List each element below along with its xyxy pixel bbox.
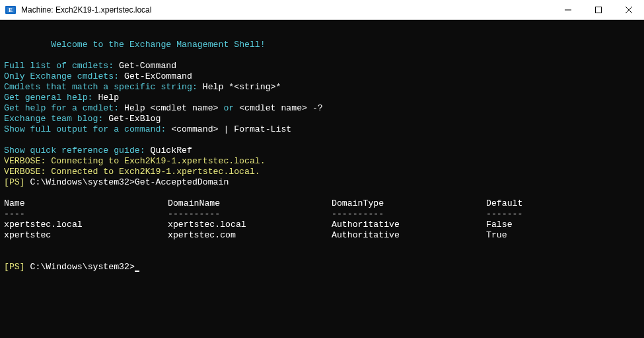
terminal-content: Welcome to the Exchange Management Shell… — [4, 40, 640, 273]
terminal-cursor — [135, 263, 139, 272]
terminal-area[interactable]: Welcome to the Exchange Management Shell… — [0, 20, 644, 338]
table-row: xpertstec.localxpertstec.localAuthoritat… — [4, 220, 640, 230]
close-icon — [626, 7, 632, 13]
maximize-icon — [595, 7, 602, 13]
minimize-icon — [565, 7, 571, 13]
app-icon: E — [4, 3, 17, 17]
window-controls — [553, 0, 644, 19]
command-input: Get-AcceptedDomain — [135, 177, 229, 187]
window-title: Machine: Exch2K19-1.xpertstec.local — [21, 5, 553, 15]
table-row: xpertstecxpertstec.comAuthoritativeTrue — [4, 230, 640, 241]
window-titlebar: E Machine: Exch2K19-1.xpertstec.local — [0, 0, 644, 20]
maximize-button[interactable] — [583, 0, 614, 19]
table-header: NameDomainNameDomainTypeDefault — [4, 198, 640, 209]
svg-text:E: E — [9, 7, 13, 13]
close-button[interactable] — [614, 0, 644, 19]
svg-rect-4 — [596, 7, 602, 13]
table-separator: ------------------------------- — [4, 209, 640, 220]
minimize-button[interactable] — [553, 0, 583, 19]
